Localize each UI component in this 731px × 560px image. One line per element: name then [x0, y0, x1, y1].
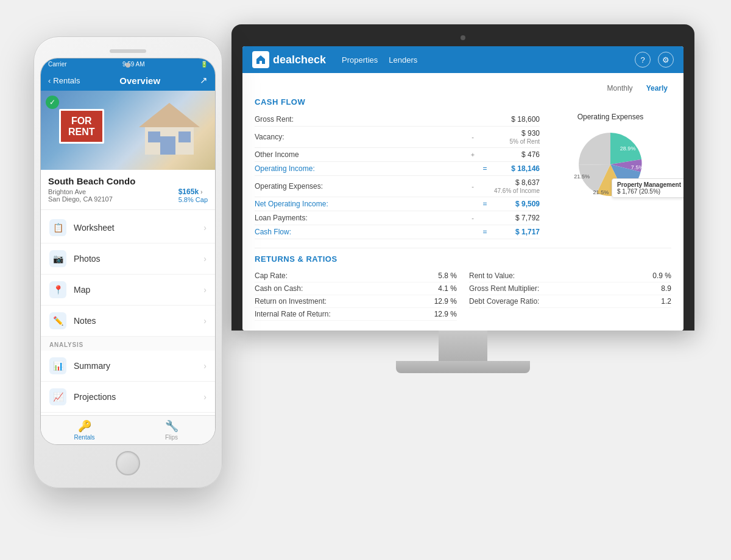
svg-rect-2 [160, 136, 175, 155]
cash-flow-row: Gross Rent: $ 18,600 Vacancy: - $ 930 [255, 113, 671, 239]
returns-row-3: Internal Rate of Return: 12.9 % [255, 308, 457, 321]
pie-tooltip: Property Management $ 1,767 (20.5%) [612, 178, 683, 198]
pie-label-0: 28.9% [620, 145, 636, 152]
app-name: dealcheck [273, 54, 326, 66]
cf-label-0: Gross Rent: [255, 115, 467, 124]
photos-icon: 📷 [49, 250, 66, 267]
nav-properties[interactable]: Properties [342, 55, 378, 65]
cash-flow-title: CASH FLOW [255, 97, 671, 107]
cf-other-income: Other Income + $ 476 [255, 148, 540, 162]
chevron-summary: › [203, 361, 207, 371]
returns-row-0: Cap Rate: 5.8 % [255, 270, 457, 282]
back-label: Rentals [53, 76, 80, 85]
map-icon: 📍 [49, 281, 66, 298]
cf-value-7: $ 1,717 [491, 228, 540, 236]
menu-label-worksheet: Worksheet [74, 223, 203, 233]
summary-icon: 📊 [49, 357, 66, 374]
cf-value-5: $ 9,509 [491, 200, 540, 208]
desktop-monitor: dealcheck Properties Lenders ? ⚙ Monthly… [231, 24, 694, 373]
cf-label-1: Vacancy: [255, 133, 467, 141]
phone-speaker [110, 49, 146, 53]
tab-rentals[interactable]: 🔑 Rentals [41, 419, 128, 441]
logo-icon [252, 51, 269, 68]
monitor-base [396, 361, 530, 373]
phone-screen-title: Overview [119, 75, 160, 86]
phone-menu: 📋 Worksheet › 📷 Photos › 📍 Map › ✏️ Note… [41, 210, 215, 415]
chevron-map: › [203, 285, 207, 295]
monitor-bezel: dealcheck Properties Lenders ? ⚙ Monthly… [231, 24, 694, 331]
analysis-section-header: ANALYSIS [41, 337, 215, 351]
menu-item-notes[interactable]: ✏️ Notes › [41, 306, 215, 337]
carrier-label: Carrier [48, 61, 67, 68]
returns-row-5: Gross Rent Multiplier: 8.9 [469, 282, 671, 295]
menu-label-map: Map [74, 285, 203, 295]
house-illustration [136, 100, 203, 155]
phone-tab-bar: 🔑 Rentals 🔧 Flips [41, 415, 215, 444]
period-toggle: Monthly Yearly [255, 83, 671, 94]
back-chevron: ‹ [48, 76, 51, 85]
phone-device: Carrier 9:59 AM 🔋 ‹ Rentals Overview ↗ ✓… [34, 37, 222, 488]
cf-operating-expenses: Operating Expenses: - $ 8,637 47.6% of I… [255, 176, 540, 197]
pie-tooltip-label: Property Management [617, 181, 681, 188]
property-price: $165k › [178, 187, 208, 196]
property-address-row: Brighton Ave San Diego, CA 92107 $165k ›… [48, 187, 208, 203]
menu-item-projections[interactable]: 📈 Projections › [41, 382, 215, 413]
phone-home-button[interactable] [116, 451, 140, 475]
cf-value-0: $ 18,600 [491, 115, 540, 124]
cf-vacancy: Vacancy: - $ 930 5% of Rent [255, 127, 540, 148]
app-logo: dealcheck [252, 51, 326, 68]
returns-section: RETURNS & RATIOS Cap Rate: 5.8 % Cash on… [255, 248, 671, 321]
menu-item-worksheet[interactable]: 📋 Worksheet › [41, 212, 215, 243]
returns-row-4: Rent to Value: 0.9 % [469, 270, 671, 282]
returns-title: RETURNS & RATIOS [255, 254, 671, 264]
menu-label-notes: Notes [74, 316, 203, 326]
cf-value-3: $ 18,146 [491, 164, 540, 173]
settings-button[interactable]: ⚙ [658, 52, 674, 68]
returns-row-2: Return on Investment: 12.9 % [255, 295, 457, 308]
cf-label-2: Other Income [255, 150, 467, 159]
cf-value-6: $ 7,792 [491, 214, 540, 222]
menu-item-map[interactable]: 📍 Map › [41, 275, 215, 306]
property-price-col: $165k › 5.8% Cap [178, 187, 208, 203]
property-city: San Diego, CA 92107 [48, 195, 113, 203]
chevron-worksheet: › [203, 223, 207, 233]
desktop-content: Monthly Yearly CASH FLOW Gross Rent: $ 1… [242, 73, 683, 331]
menu-label-projections: Projections [74, 392, 203, 402]
worksheet-icon: 📋 [49, 219, 66, 236]
returns-grid: Cap Rate: 5.8 % Cash on Cash: 4.1 % Retu… [255, 270, 671, 321]
menu-label-summary: Summary [74, 361, 203, 371]
property-address: Brighton Ave San Diego, CA 92107 [48, 188, 113, 203]
help-button[interactable]: ? [635, 52, 651, 68]
notes-icon: ✏️ [49, 312, 66, 329]
property-street: Brighton Ave [48, 188, 113, 195]
cf-noi: Net Operating Income: = $ 9,509 [255, 197, 540, 211]
cf-label-5: Net Operating Income: [255, 200, 467, 208]
chevron-notes: › [203, 316, 207, 326]
menu-item-photos[interactable]: 📷 Photos › [41, 243, 215, 275]
monitor-neck [439, 331, 487, 361]
cf-value-1: $ 930 [491, 129, 540, 138]
returns-row-1: Cash on Cash: 4.1 % [255, 282, 457, 295]
cf-gross-rent: Gross Rent: $ 18,600 [255, 113, 540, 127]
back-button[interactable]: ‹ Rentals [48, 76, 80, 85]
property-name: South Beach Condo [48, 176, 208, 186]
monthly-toggle[interactable]: Monthly [604, 83, 637, 94]
cf-value-2: $ 476 [491, 150, 540, 159]
nav-lenders[interactable]: Lenders [389, 55, 417, 65]
share-button[interactable]: ↗ [200, 75, 208, 86]
yearly-toggle[interactable]: Yearly [643, 83, 671, 94]
monitor-camera [461, 35, 465, 40]
property-cap: 5.8% Cap [178, 196, 208, 203]
menu-item-summary[interactable]: 📊 Summary › [41, 351, 215, 382]
flips-tab-label: Flips [165, 434, 178, 441]
rentals-tab-label: Rentals [74, 434, 95, 441]
pie-chart: 28.9% 7.5% 20.5% 21.5% 21.5% Property Ma… [571, 125, 650, 204]
tab-flips[interactable]: 🔧 Flips [128, 419, 215, 441]
svg-rect-3 [148, 131, 160, 142]
cf-loan-payments: Loan Payments: - $ 7,792 [255, 211, 540, 225]
cf-operating-income: Operating Income: = $ 18,146 [255, 162, 540, 176]
phone-outer: Carrier 9:59 AM 🔋 ‹ Rentals Overview ↗ ✓… [34, 37, 222, 488]
cash-flow-table: Gross Rent: $ 18,600 Vacancy: - $ 930 [255, 113, 540, 239]
nav-icons: ? ⚙ [635, 52, 674, 68]
pie-title: Operating Expenses [549, 113, 671, 121]
